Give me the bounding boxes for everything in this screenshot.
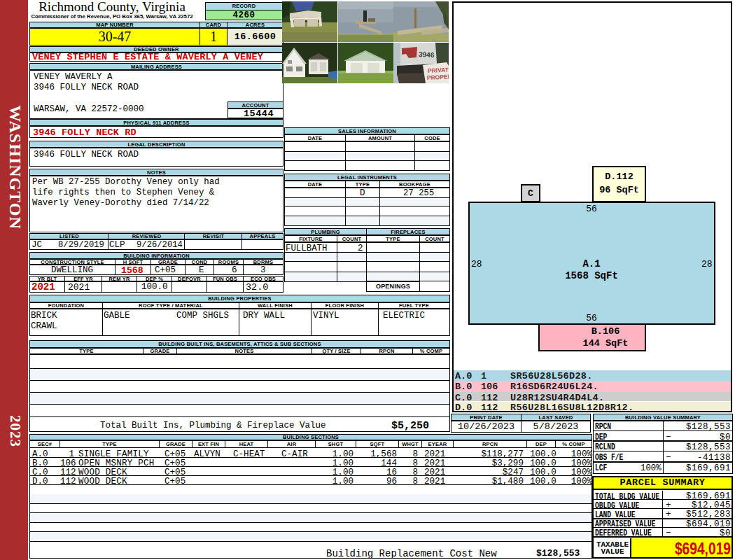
svg-text:3946: 3946 — [419, 50, 435, 59]
svg-text:PROPERTY: PROPERTY — [427, 72, 449, 80]
